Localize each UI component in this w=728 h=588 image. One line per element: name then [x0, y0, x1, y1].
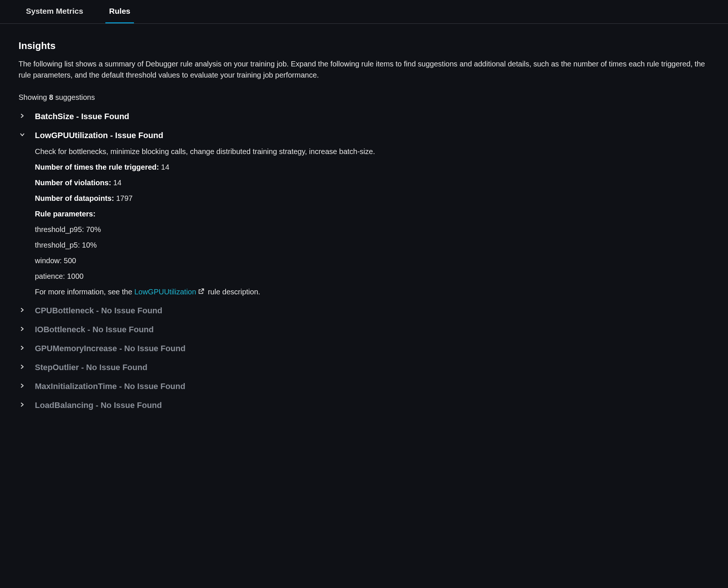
showing-text: Showing 8 suggestions	[19, 92, 709, 103]
more-info-suffix: rule description.	[206, 288, 260, 296]
rule-violations: Number of violations: 14	[35, 177, 709, 188]
chevron-right-icon[interactable]	[19, 363, 26, 370]
showing-suffix: suggestions	[53, 93, 95, 101]
rule-more-info: For more information, see the LowGPUUtil…	[35, 286, 709, 298]
more-info-prefix: For more information, see the	[35, 288, 134, 296]
rule-item: LowGPUUtilization - Issue Found Check fo…	[19, 129, 709, 298]
rule-param: patience: 1000	[35, 271, 709, 282]
rule-body: StepOutlier - No Issue Found	[35, 361, 709, 373]
insights-description: The following list shows a summary of De…	[19, 58, 709, 81]
chevron-right-icon[interactable]	[19, 382, 26, 389]
rule-item: CPUBottleneck - No Issue Found	[19, 304, 709, 317]
chevron-right-icon[interactable]	[19, 325, 26, 333]
chevron-right-icon[interactable]	[19, 344, 26, 352]
rule-body: IOBottleneck - No Issue Found	[35, 323, 709, 336]
tab-system-metrics[interactable]: System Metrics	[22, 0, 87, 23]
rule-body: LowGPUUtilization - Issue Found Check fo…	[35, 129, 709, 298]
rule-title: BatchSize - Issue Found	[35, 110, 709, 122]
rule-datapoints-value: 1797	[116, 194, 133, 202]
tab-rules[interactable]: Rules	[105, 0, 134, 23]
rule-triggered-label: Number of times the rule triggered:	[35, 163, 161, 171]
showing-count: 8	[49, 93, 53, 101]
rule-item: MaxInitializationTime - No Issue Found	[19, 380, 709, 392]
insights-title: Insights	[19, 39, 709, 53]
rule-item: IOBottleneck - No Issue Found	[19, 323, 709, 336]
chevron-right-icon[interactable]	[19, 112, 26, 120]
more-info-link[interactable]: LowGPUUtilization	[134, 288, 196, 296]
rule-suggestion: Check for bottlenecks, minimize blocking…	[35, 146, 709, 157]
rule-param: threshold_p95: 70%	[35, 224, 709, 235]
rule-datapoints: Number of datapoints: 1797	[35, 193, 709, 204]
content-area: Insights The following list shows a summ…	[0, 24, 728, 433]
rule-item: StepOutlier - No Issue Found	[19, 361, 709, 373]
rule-title: MaxInitializationTime - No Issue Found	[35, 380, 709, 392]
rule-param: threshold_p5: 10%	[35, 239, 709, 251]
chevron-down-icon[interactable]	[19, 131, 26, 138]
rule-triggered-value: 14	[161, 163, 169, 171]
rule-params-label: Rule parameters:	[35, 208, 709, 219]
rule-item: GPUMemoryIncrease - No Issue Found	[19, 342, 709, 355]
rule-title: GPUMemoryIncrease - No Issue Found	[35, 342, 709, 355]
chevron-right-icon[interactable]	[19, 306, 26, 314]
rule-body: LoadBalancing - No Issue Found	[35, 399, 709, 411]
rule-body: GPUMemoryIncrease - No Issue Found	[35, 342, 709, 355]
rule-body: MaxInitializationTime - No Issue Found	[35, 380, 709, 392]
rule-title: CPUBottleneck - No Issue Found	[35, 304, 709, 317]
rule-body: BatchSize - Issue Found	[35, 110, 709, 122]
rule-violations-value: 14	[113, 179, 121, 187]
rule-title: LowGPUUtilization - Issue Found	[35, 129, 709, 141]
rule-title: IOBottleneck - No Issue Found	[35, 323, 709, 336]
rule-body: CPUBottleneck - No Issue Found	[35, 304, 709, 317]
rule-datapoints-label: Number of datapoints:	[35, 194, 116, 202]
chevron-right-icon[interactable]	[19, 401, 26, 408]
external-link-icon	[198, 287, 204, 298]
rule-item: LoadBalancing - No Issue Found	[19, 399, 709, 411]
tabs-bar: System Metrics Rules	[0, 0, 728, 24]
rules-list: BatchSize - Issue Found LowGPUUtilizatio…	[19, 110, 709, 412]
rule-triggered: Number of times the rule triggered: 14	[35, 161, 709, 173]
rule-title: LoadBalancing - No Issue Found	[35, 399, 709, 411]
rule-violations-label: Number of violations:	[35, 179, 113, 187]
rule-title: StepOutlier - No Issue Found	[35, 361, 709, 373]
rule-param: window: 500	[35, 255, 709, 266]
rule-details: Check for bottlenecks, minimize blocking…	[35, 146, 709, 298]
showing-prefix: Showing	[19, 93, 49, 101]
rule-item: BatchSize - Issue Found	[19, 110, 709, 122]
